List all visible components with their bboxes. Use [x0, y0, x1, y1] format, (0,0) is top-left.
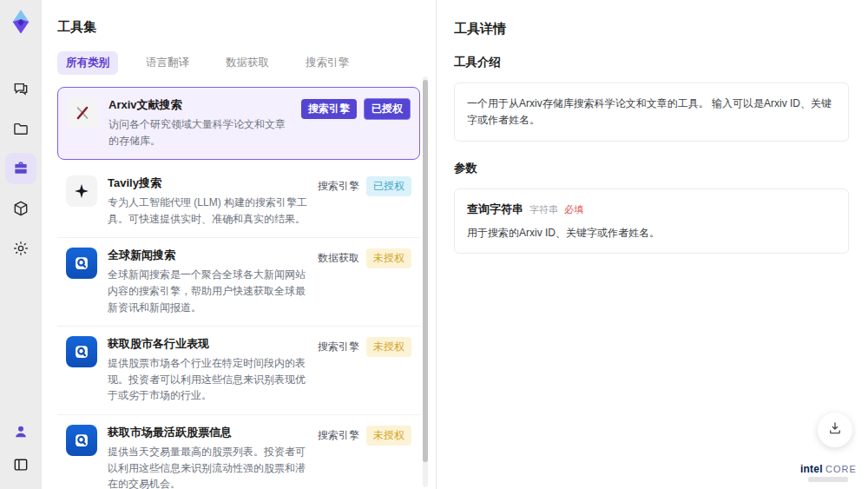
scrollbar-thumb[interactable]: [423, 80, 428, 462]
news-search-icon: [66, 248, 97, 279]
download-button[interactable]: [818, 413, 852, 447]
sidebar-item-settings[interactable]: [5, 233, 36, 264]
chat-icon: [12, 80, 30, 97]
category-badge: 搜索引擎: [301, 99, 357, 119]
category-label: 数据获取: [318, 251, 359, 266]
intel-core-logo: intel CORE: [800, 463, 856, 482]
page-title: 工具集: [57, 19, 420, 36]
app-window: 工具集 所有类别 语言翻译 数据获取 搜索引擎 Arxiv文献搜索 访问各个研究…: [0, 0, 868, 489]
tool-card-arxiv[interactable]: Arxiv文献搜索 访问各个研究领域大量科学论文和文章的存储库。 搜索引擎 已授…: [57, 87, 420, 160]
tool-description: 提供股票市场各个行业在特定时间段内的表现。投资者可以利用这些信息来识别表现优于或…: [108, 355, 311, 404]
tool-list: Arxiv文献搜索 访问各个研究领域大量科学论文和文章的存储库。 搜索引擎 已授…: [57, 87, 420, 489]
intro-text: 一个用于从Arxiv存储库搜索科学论文和文章的工具。 输入可以是Arxiv ID…: [467, 96, 836, 129]
category-label: 搜索引擎: [318, 428, 359, 443]
sidebar-item-panel-toggle[interactable]: [5, 449, 36, 480]
category-tabs: 所有类别 语言翻译 数据获取 搜索引擎: [57, 51, 420, 75]
tool-description: 访问各个研究领域大量科学论文和文章的存储库。: [108, 116, 294, 149]
tool-card-global-news[interactable]: 全球新闻搜索 全球新闻搜索是一个聚合全球各大新闻网站内容的搜索引擎，帮助用户快速…: [57, 237, 420, 326]
arxiv-icon: [67, 97, 98, 129]
app-logo-icon: [6, 7, 36, 36]
stock-search-icon: [66, 425, 97, 456]
tool-details-panel: 工具详情 工具介绍 一个用于从Arxiv存储库搜索科学论文和文章的工具。 输入可…: [437, 0, 868, 489]
param-name: 查询字符串: [467, 202, 523, 217]
gear-icon: [12, 240, 30, 257]
category-label: 搜索引擎: [318, 179, 359, 194]
intro-box: 一个用于从Arxiv存储库搜索科学论文和文章的工具。 输入可以是Arxiv ID…: [454, 83, 849, 142]
tool-card-tavily[interactable]: Tavily搜索 专为人工智能代理 (LLM) 构建的搜索引擎工具。可快速提供实…: [57, 166, 420, 237]
sidebar-item-files[interactable]: [5, 113, 36, 144]
details-title: 工具详情: [454, 21, 849, 37]
tool-name: Tavily搜索: [108, 175, 311, 191]
params-heading: 参数: [454, 161, 849, 176]
sidebar-bottom: [5, 407, 36, 480]
tavily-icon: [66, 175, 97, 207]
folder-icon: [12, 120, 30, 137]
tool-name: 获取市场最活跃股票信息: [108, 425, 311, 440]
toolbox-icon: [12, 160, 30, 177]
user-icon: [12, 423, 30, 440]
tool-card-sector-performance[interactable]: 获取股市各行业表现 提供股票市场各个行业在特定时间段内的表现。投资者可以利用这些…: [57, 326, 420, 414]
sidebar-item-toolset[interactable]: [5, 153, 36, 184]
intel-wordmark: intel: [800, 463, 823, 475]
param-required-flag: 必填: [564, 203, 583, 216]
sidebar-rail: [0, 0, 42, 489]
status-badge: 未授权: [366, 426, 411, 446]
tab-language-translation[interactable]: 语言翻译: [137, 51, 198, 75]
tool-name: Arxiv文献搜索: [108, 97, 294, 113]
param-type: 字符串: [529, 203, 558, 216]
toolset-panel: 工具集 所有类别 语言翻译 数据获取 搜索引擎 Arxiv文献搜索 访问各个研究…: [42, 0, 437, 489]
cube-icon: [12, 200, 30, 217]
param-description: 用于搜索的Arxiv ID、关键字或作者姓名。: [467, 225, 836, 241]
intel-core-sub-badge: [808, 477, 848, 482]
status-badge: 未授权: [366, 337, 411, 357]
intro-heading: 工具介绍: [454, 55, 849, 70]
tool-card-most-active-stocks[interactable]: 获取市场最活跃股票信息 提供当天交易量最高的股票列表。投资者可以利用这些信息来识…: [57, 414, 420, 489]
status-badge: 已授权: [366, 176, 411, 196]
list-scrollbar[interactable]: [423, 76, 428, 487]
tab-data-fetching[interactable]: 数据获取: [217, 51, 278, 75]
core-wordmark: CORE: [825, 464, 857, 474]
tool-name: 全球新闻搜索: [108, 248, 311, 263]
sidebar-item-packages[interactable]: [5, 193, 36, 224]
tab-all-categories[interactable]: 所有类别: [57, 51, 118, 75]
tool-description: 专为人工智能代理 (LLM) 构建的搜索引擎工具。可快速提供实时、准确和真实的结…: [108, 195, 311, 227]
download-icon: [827, 420, 843, 439]
status-badge: 已授权: [364, 98, 411, 120]
sidebar-item-user[interactable]: [5, 416, 36, 447]
sidebar-item-chat[interactable]: [5, 73, 36, 104]
param-box: 查询字符串 字符串 必填 用于搜索的Arxiv ID、关键字或作者姓名。: [454, 188, 849, 254]
tool-name: 获取股市各行业表现: [108, 336, 311, 352]
stock-search-icon: [66, 336, 97, 367]
status-badge: 未授权: [366, 248, 411, 268]
panel-layout-icon: [12, 456, 30, 473]
tab-search-engine[interactable]: 搜索引擎: [297, 51, 358, 75]
category-label: 搜索引擎: [318, 340, 359, 354]
tool-description: 全球新闻搜索是一个聚合全球各大新闻网站内容的搜索引擎，帮助用户快速获取全球最新资…: [108, 267, 311, 315]
tool-description: 提供当天交易量最高的股票列表。投资者可以利用这些信息来识别流动性强的股票和潜在的…: [108, 444, 311, 489]
